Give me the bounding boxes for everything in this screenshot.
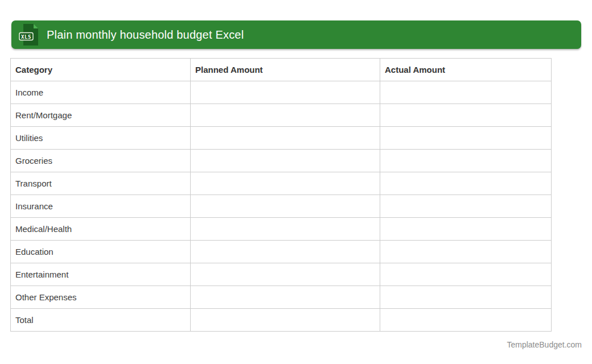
category-cell: Groceries [11,150,191,172]
planned-amount-cell [191,150,380,172]
planned-amount-cell [191,263,380,286]
planned-amount-cell [191,127,380,150]
footer-link[interactable]: TemplateBudget.com [507,340,582,349]
category-cell: Total [11,309,191,332]
page: XLS Plain monthly household budget Excel… [0,0,592,364]
budget-table: Category Planned Amount Actual Amount In… [10,58,552,332]
column-header-actual-amount: Actual Amount [380,59,552,81]
table-row: Groceries [11,150,552,172]
actual-amount-cell [380,218,552,241]
category-cell: Rent/Mortgage [11,104,191,127]
table-row: Other Expenses [11,286,552,309]
actual-amount-cell [380,127,552,150]
table-row: Insurance [11,195,552,218]
planned-amount-cell [191,309,380,332]
planned-amount-cell [191,81,380,104]
xls-file-icon: XLS [18,23,40,46]
actual-amount-cell [380,150,552,172]
table-row: Total [11,309,552,332]
actual-amount-cell [380,309,552,332]
actual-amount-cell [380,286,552,309]
column-header-planned-amount: Planned Amount [191,59,380,81]
actual-amount-cell [380,195,552,218]
category-cell: Medical/Health [11,218,191,241]
actual-amount-cell [380,263,552,286]
actual-amount-cell [380,172,552,195]
table-row: Transport [11,172,552,195]
table-header-row: Category Planned Amount Actual Amount [11,59,552,81]
planned-amount-cell [191,286,380,309]
category-cell: Education [11,241,191,263]
table-row: Education [11,241,552,263]
table-row: Rent/Mortgage [11,104,552,127]
table-row: Entertainment [11,263,552,286]
planned-amount-cell [191,241,380,263]
planned-amount-cell [191,195,380,218]
actual-amount-cell [380,81,552,104]
column-header-category: Category [11,59,191,81]
category-cell: Entertainment [11,263,191,286]
title-bar: XLS Plain monthly household budget Excel [11,20,581,49]
xls-badge-label: XLS [21,34,31,40]
category-cell: Insurance [11,195,191,218]
category-cell: Other Expenses [11,286,191,309]
page-title: Plain monthly household budget Excel [47,28,244,42]
folded-corner [34,24,38,28]
planned-amount-cell [191,172,380,195]
planned-amount-cell [191,218,380,241]
category-cell: Income [11,81,191,104]
planned-amount-cell [191,104,380,127]
table-row: Income [11,81,552,104]
category-cell: Transport [11,172,191,195]
table-row: Medical/Health [11,218,552,241]
table-row: Utilities [11,127,552,150]
category-cell: Utilities [11,127,191,150]
actual-amount-cell [380,104,552,127]
actual-amount-cell [380,241,552,263]
